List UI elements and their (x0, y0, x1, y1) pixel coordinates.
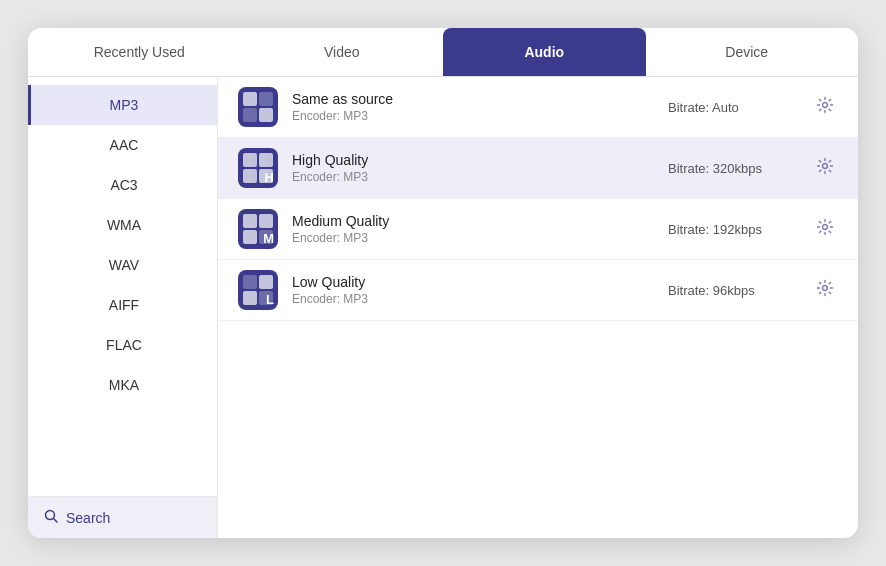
preset-row-low-quality[interactable]: L Low Quality Encoder: MP3 Bitrate: 96kb… (218, 260, 858, 321)
preset-row-same-as-source[interactable]: Same as source Encoder: MP3 Bitrate: Aut… (218, 77, 858, 138)
preset-bitrate: Bitrate: 320kbps (668, 161, 798, 176)
tab-audio[interactable]: Audio (443, 28, 646, 76)
preset-icon-same-as-source (238, 87, 278, 127)
preset-name: Medium Quality (292, 213, 654, 229)
preset-info-medium-quality: Medium Quality Encoder: MP3 (292, 213, 654, 245)
sidebar-item-flac[interactable]: FLAC (28, 325, 217, 365)
preset-icon-medium-quality: M (238, 209, 278, 249)
preset-icon-high-quality: H (238, 148, 278, 188)
search-icon (44, 509, 58, 526)
sidebar-item-wav[interactable]: WAV (28, 245, 217, 285)
sidebar: MP3 AAC AC3 WMA WAV AIFF FLAC MKA Search (28, 77, 218, 538)
preset-name: Same as source (292, 91, 654, 107)
tab-device[interactable]: Device (646, 28, 849, 76)
svg-point-2 (823, 102, 828, 107)
settings-icon[interactable] (812, 153, 838, 184)
preset-row-medium-quality[interactable]: M Medium Quality Encoder: MP3 Bitrate: 1… (218, 199, 858, 260)
preset-bitrate: Bitrate: 192kbps (668, 222, 798, 237)
sidebar-item-aac[interactable]: AAC (28, 125, 217, 165)
search-label: Search (66, 510, 110, 526)
svg-point-4 (823, 224, 828, 229)
preset-encoder: Encoder: MP3 (292, 170, 654, 184)
preset-name: Low Quality (292, 274, 654, 290)
settings-icon[interactable] (812, 92, 838, 123)
main-window: Recently Used Video Audio Device MP3 AAC… (28, 28, 858, 538)
settings-icon[interactable] (812, 214, 838, 245)
search-button[interactable]: Search (28, 496, 217, 538)
preset-bitrate: Bitrate: Auto (668, 100, 798, 115)
sidebar-item-aiff[interactable]: AIFF (28, 285, 217, 325)
preset-bitrate: Bitrate: 96kbps (668, 283, 798, 298)
preset-info-same-as-source: Same as source Encoder: MP3 (292, 91, 654, 123)
body: MP3 AAC AC3 WMA WAV AIFF FLAC MKA Search (28, 77, 858, 538)
tab-video[interactable]: Video (241, 28, 444, 76)
preset-info-high-quality: High Quality Encoder: MP3 (292, 152, 654, 184)
preset-list: Same as source Encoder: MP3 Bitrate: Aut… (218, 77, 858, 538)
sidebar-item-wma[interactable]: WMA (28, 205, 217, 245)
preset-icon-low-quality: L (238, 270, 278, 310)
preset-encoder: Encoder: MP3 (292, 109, 654, 123)
sidebar-item-mp3[interactable]: MP3 (28, 85, 217, 125)
tab-recently-used[interactable]: Recently Used (38, 28, 241, 76)
svg-point-3 (823, 163, 828, 168)
sidebar-item-mka[interactable]: MKA (28, 365, 217, 405)
svg-point-5 (823, 285, 828, 290)
preset-info-low-quality: Low Quality Encoder: MP3 (292, 274, 654, 306)
preset-name: High Quality (292, 152, 654, 168)
preset-row-high-quality[interactable]: H High Quality Encoder: MP3 Bitrate: 320… (218, 138, 858, 199)
settings-icon[interactable] (812, 275, 838, 306)
preset-encoder: Encoder: MP3 (292, 292, 654, 306)
preset-encoder: Encoder: MP3 (292, 231, 654, 245)
tab-bar: Recently Used Video Audio Device (28, 28, 858, 77)
svg-line-1 (54, 519, 58, 523)
sidebar-item-ac3[interactable]: AC3 (28, 165, 217, 205)
